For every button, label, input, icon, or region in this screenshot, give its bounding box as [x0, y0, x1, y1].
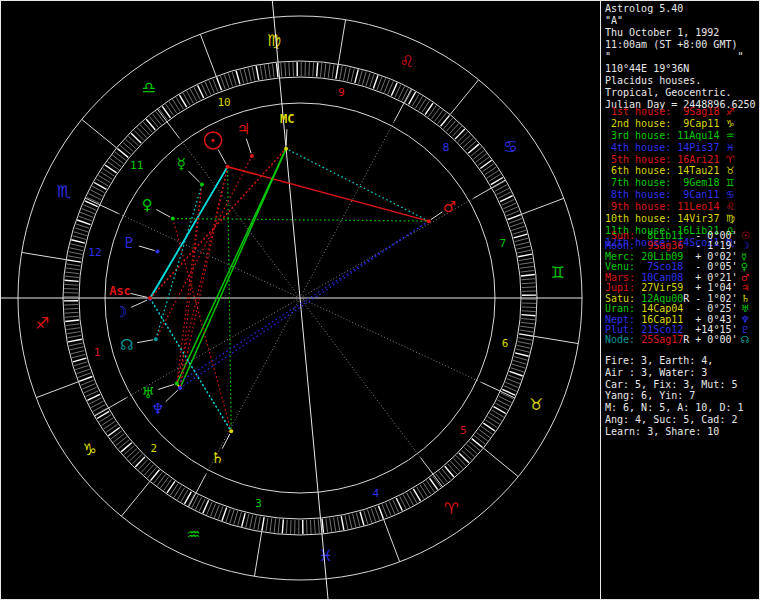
panel-divider — [600, 0, 601, 600]
planet-position-value: 21Sco12 — [635, 324, 683, 335]
degree-tick — [521, 275, 535, 276]
header-text-6: Placidus houses. — [605, 75, 701, 86]
degree-tick — [147, 467, 156, 478]
degree-tick — [73, 358, 86, 362]
degree-tick — [425, 103, 433, 115]
degree-tick — [80, 212, 93, 217]
degree-tick — [313, 62, 314, 76]
degree-tick — [435, 110, 443, 121]
degree-tick — [453, 458, 463, 468]
degree-tick — [146, 119, 155, 130]
sign-divider — [200, 34, 216, 76]
zodiac-sign-icon: ♈ — [719, 154, 734, 165]
degree-tick — [72, 236, 86, 240]
degree-tick — [79, 216, 92, 221]
degree-tick — [514, 357, 528, 361]
pointer-saturn — [222, 434, 230, 449]
degree-tick — [149, 116, 158, 127]
planet-pluto-icon: ♇ — [122, 234, 135, 252]
degree-tick — [118, 440, 129, 449]
degree-tick — [366, 73, 370, 86]
degree-tick — [110, 158, 121, 166]
planet-position-value: 16Cap11 — [635, 314, 683, 325]
zodiac-sign-icon: ♊ — [719, 177, 734, 188]
stats-line: Air : 3, Water: 3 — [605, 367, 743, 379]
degree-tick — [355, 69, 358, 83]
degree-tick — [341, 516, 344, 530]
house-cusp-inner — [300, 298, 421, 458]
degree-tick — [274, 519, 276, 533]
stats-text-0: Fire: 3, Earth: 4, — [605, 355, 713, 366]
degree-tick — [71, 240, 85, 243]
house-cusp-inner — [119, 214, 300, 298]
degree-tick — [244, 69, 247, 83]
house-row: 5th house: 16Ari21 ♈ — [605, 154, 735, 166]
planet-uranus-icon: ♅ — [141, 384, 154, 402]
degree-tick — [381, 78, 386, 91]
header-text-3: 11:00am (ST +8:00 GMT) — [605, 39, 737, 50]
degree-tick — [516, 349, 530, 352]
degree-tick — [160, 477, 168, 488]
planet-icon: ♄ — [737, 293, 749, 304]
degree-tick — [74, 362, 87, 366]
degree-tick — [140, 125, 149, 135]
planet-dot-neptune — [178, 386, 182, 390]
degree-tick — [377, 77, 382, 90]
header-line: Placidus houses. — [605, 75, 756, 87]
aspect-mars-mc — [286, 149, 429, 221]
aspect-venus-saturn — [173, 219, 231, 432]
degree-tick — [347, 67, 350, 81]
degree-tick — [113, 434, 124, 443]
pointer-asc — [131, 293, 148, 297]
header-text-0: Astrolog 5.40 — [605, 3, 683, 14]
stats-line: Learn: 3, Share: 10 — [605, 426, 743, 438]
degree-tick — [467, 445, 478, 454]
header-text-5: 110°44E 19°36N — [605, 63, 689, 74]
degree-tick — [79, 376, 92, 381]
degree-tick — [154, 472, 163, 483]
house-cusp-value: 9Cap11 — [671, 118, 719, 129]
degree-tick — [472, 439, 483, 448]
house-row: 1st house: 9Sag18 ♐ — [605, 106, 735, 118]
planet-label: Jupi: — [605, 282, 635, 293]
degree-tick — [260, 65, 262, 79]
degree-tick — [324, 63, 326, 77]
planet-icon: ☿ — [737, 251, 746, 262]
degree-tick — [309, 62, 310, 76]
degree-tick — [522, 311, 536, 312]
stats-text-1: Air : 3, Water: 3 — [605, 367, 707, 378]
degree-tick — [466, 141, 476, 150]
degree-tick — [143, 122, 152, 132]
degree-tick — [264, 65, 266, 79]
degree-tick — [384, 80, 389, 93]
pointer-moon — [131, 300, 147, 307]
degree-tick — [462, 450, 472, 460]
house-cusp-value: 14Pis37 — [671, 142, 719, 153]
zodiac-sign-icon: ♌ — [719, 201, 734, 212]
info-panel: Astrolog 5.40"A"Thu October 1, 199211:00… — [603, 0, 759, 600]
planet-node-icon: ☊ — [120, 336, 133, 354]
degree-tick — [123, 142, 134, 151]
degree-tick — [519, 334, 533, 336]
header-line: " " — [605, 51, 756, 63]
degree-tick — [71, 351, 85, 354]
house-cusp-value: 9Gem18 — [671, 177, 719, 188]
stats-text-2: Car: 5, Fix: 3, Mut: 5 — [605, 379, 737, 390]
degree-tick — [75, 228, 88, 232]
degree-tick — [519, 258, 533, 260]
degree-tick — [65, 272, 79, 274]
degree-tick — [483, 423, 495, 431]
house-number: 6 — [502, 337, 509, 350]
degree-tick — [521, 279, 535, 280]
houses-table: 1st house: 9Sag18 ♐ 2nd house: 9Cap11 ♑ … — [605, 106, 735, 249]
degree-tick — [512, 364, 525, 368]
sign-pisces-icon: ♓ — [319, 546, 333, 565]
house-number: 1 — [94, 346, 101, 359]
degree-tick — [76, 224, 89, 228]
degree-tick — [332, 64, 334, 78]
planet-label: Uran: — [605, 303, 635, 314]
degree-tick — [252, 67, 255, 81]
degree-tick — [310, 520, 311, 534]
planet-position-value: 27Vir59 — [635, 282, 683, 293]
stats-text-5: Ang: 4, Suc: 5, Cad: 2 — [605, 414, 737, 425]
